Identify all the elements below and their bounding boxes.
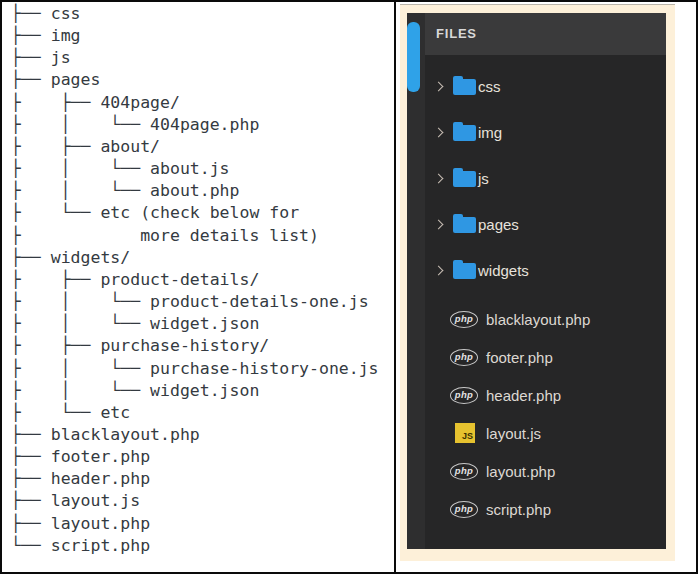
folder-row-js[interactable]: js	[425, 155, 666, 201]
explorer-screenshot-background: FILES cssimgjspageswidgets phpblacklayou…	[400, 4, 675, 561]
files-header: FILES	[425, 13, 666, 55]
php-file-icon: php	[450, 311, 478, 328]
file-label: blacklayout.php	[486, 312, 590, 327]
php-icon-glyph: php	[450, 387, 478, 404]
file-label: footer.php	[486, 350, 553, 365]
chevron-right-icon[interactable]	[435, 265, 445, 275]
folder-icon	[453, 125, 476, 141]
file-label: header.php	[486, 388, 561, 403]
file-label: layout.js	[486, 426, 541, 441]
php-icon-glyph: php	[450, 311, 478, 328]
js-file-icon: JS	[450, 423, 478, 443]
activity-strip	[407, 13, 425, 549]
folder-label: pages	[478, 217, 519, 232]
folder-row-pages[interactable]: pages	[425, 201, 666, 247]
active-view-indicator	[407, 22, 420, 92]
document-list: phpblacklayout.phpphpfooter.phpphpheader…	[425, 300, 666, 528]
file-row-header.php[interactable]: phpheader.php	[425, 376, 666, 414]
file-row-script.php[interactable]: phpscript.php	[425, 490, 666, 528]
chevron-right-icon[interactable]	[435, 127, 445, 137]
file-label: layout.php	[486, 464, 555, 479]
file-row-layout.php[interactable]: phplayout.php	[425, 452, 666, 490]
php-icon-glyph: php	[450, 349, 478, 366]
folder-icon	[453, 263, 476, 279]
folder-list: cssimgjspageswidgets	[425, 63, 666, 293]
folder-icon	[453, 171, 476, 187]
folder-icon	[453, 217, 476, 233]
file-label: script.php	[486, 502, 551, 517]
ascii-tree: ├── css ├── img ├── js ├── pages ├ ├── 4…	[2, 2, 394, 557]
js-icon-glyph: JS	[455, 423, 475, 443]
explorer-pane: FILES cssimgjspageswidgets phpblacklayou…	[396, 2, 696, 572]
files-panel: FILES cssimgjspageswidgets phpblacklayou…	[407, 13, 666, 549]
folder-icon	[453, 79, 476, 95]
tree-pane: ├── css ├── img ├── js ├── pages ├ ├── 4…	[2, 2, 394, 572]
screenshot-frame: ├── css ├── img ├── js ├── pages ├ ├── 4…	[0, 0, 698, 574]
php-icon-glyph: php	[450, 463, 478, 480]
folder-row-css[interactable]: css	[425, 63, 666, 109]
file-row-blacklayout.php[interactable]: phpblacklayout.php	[425, 300, 666, 338]
chevron-right-icon[interactable]	[435, 81, 445, 91]
php-icon-glyph: php	[450, 501, 478, 518]
folder-label: js	[478, 171, 489, 186]
folder-label: img	[478, 125, 502, 140]
file-list: cssimgjspageswidgets phpblacklayout.phpp…	[425, 55, 666, 549]
chevron-right-icon[interactable]	[435, 219, 445, 229]
folder-row-img[interactable]: img	[425, 109, 666, 155]
js-icon-label: JS	[462, 432, 473, 441]
chevron-right-icon[interactable]	[435, 173, 445, 183]
php-file-icon: php	[450, 501, 478, 518]
folder-label: css	[478, 79, 501, 94]
php-file-icon: php	[450, 463, 478, 480]
file-row-footer.php[interactable]: phpfooter.php	[425, 338, 666, 376]
folder-row-widgets[interactable]: widgets	[425, 247, 666, 293]
files-header-label: FILES	[436, 26, 477, 41]
php-file-icon: php	[450, 349, 478, 366]
folder-label: widgets	[478, 263, 529, 278]
file-row-layout.js[interactable]: JSlayout.js	[425, 414, 666, 452]
php-file-icon: php	[450, 387, 478, 404]
